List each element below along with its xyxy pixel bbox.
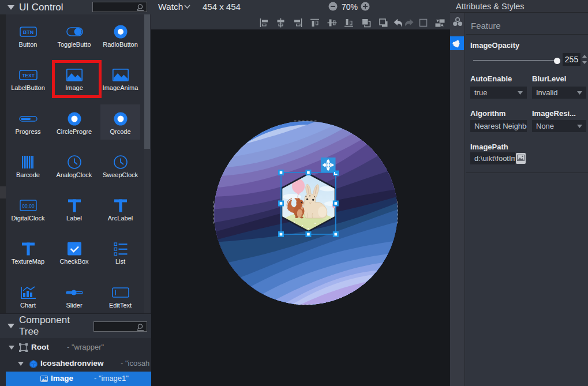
- svg-text:TEXT: TEXT: [22, 73, 35, 78]
- svg-text:BTN: BTN: [23, 29, 33, 35]
- svg-text:00:00: 00:00: [22, 203, 35, 209]
